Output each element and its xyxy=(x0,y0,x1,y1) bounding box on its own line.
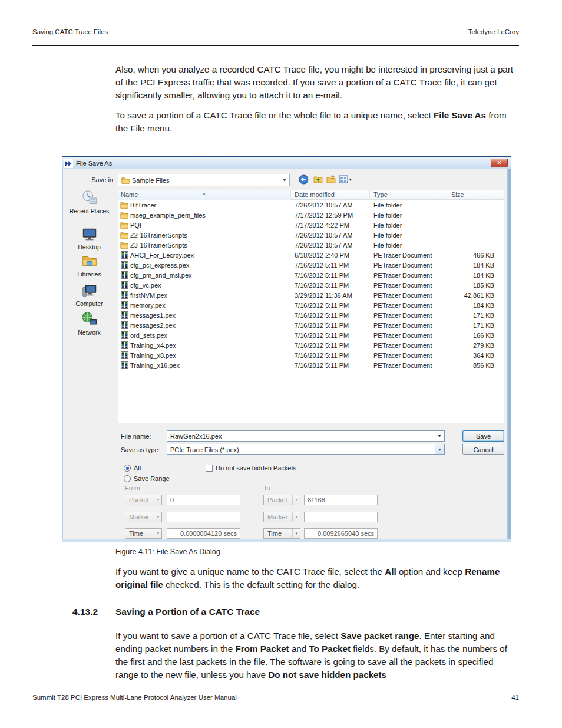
sidebar-item-recent-places[interactable]: Recent Places xyxy=(62,189,117,215)
new-folder-icon[interactable] xyxy=(326,174,337,185)
file-row[interactable]: Training_x16.pex7/16/2012 5:11 PMPETrace… xyxy=(118,360,504,370)
file-name-text: AHCI_For_Lecroy.pex xyxy=(130,252,194,259)
chevron-down-icon: ▾ xyxy=(154,512,161,522)
folder-icon xyxy=(120,211,128,219)
to-marker-dropdown[interactable]: Marker▾ xyxy=(263,512,300,522)
pex-file-icon xyxy=(120,281,128,289)
column-header-name[interactable]: Name ▲ xyxy=(118,190,291,200)
chevron-down-icon: ▾ xyxy=(154,529,161,538)
file-cell: 364 KB xyxy=(448,352,500,359)
sidebar-item-label: Libraries xyxy=(77,271,101,278)
file-row[interactable]: messages1.pex7/16/2012 5:11 PMPETracer D… xyxy=(118,310,504,320)
file-cell: 7/26/2012 10:57 AM xyxy=(291,232,370,239)
save-as-type-dropdown[interactable]: PCIe Trace Files (*.pex) ▾ xyxy=(167,444,445,455)
pex-file-icon xyxy=(120,291,128,299)
file-save-as-dialog: File Save As ✕ Save in: Sample Files ▾ xyxy=(62,156,511,542)
column-header-date-modified[interactable]: Date modified xyxy=(291,190,370,200)
sidebar-item-label: Desktop xyxy=(78,243,101,251)
file-name-combobox[interactable]: RawGen2x16.pex ▾ xyxy=(167,430,445,442)
section-number: 4.13.2 xyxy=(72,607,115,617)
file-row[interactable]: Training_x4.pex7/16/2012 5:11 PMPETracer… xyxy=(118,340,504,350)
dialog-bottom-border xyxy=(62,539,511,542)
view-menu-icon[interactable] xyxy=(339,174,349,185)
file-row[interactable]: memory.pex7/16/2012 5:11 PMPETracer Docu… xyxy=(118,300,504,310)
file-cell: 7/17/2012 12:59 PM xyxy=(291,212,370,219)
from-marker-dropdown[interactable]: Marker▾ xyxy=(125,512,162,522)
to-label: To : xyxy=(263,485,274,492)
to-packet-dropdown[interactable]: Packet▾ xyxy=(263,495,300,505)
chevron-down-icon: ▾ xyxy=(154,495,161,505)
paragraph-save-portion: If you want to save a portion of a CATC … xyxy=(115,630,515,681)
file-row[interactable]: Z2-16TrainerScripts7/26/2012 10:57 AMFil… xyxy=(118,230,504,240)
file-row[interactable]: cfg_pci_express.pex7/16/2012 5:11 PMPETr… xyxy=(118,260,504,270)
file-name-text: cfg_pm_and_msi.pex xyxy=(130,272,192,279)
file-cell: firstNVM.pex xyxy=(118,291,291,299)
save-in-dropdown[interactable]: Sample Files ▾ xyxy=(118,174,290,186)
computer-icon xyxy=(81,282,98,299)
radio-all[interactable] xyxy=(124,465,131,472)
file-name-text: PQI xyxy=(130,222,141,229)
file-row[interactable]: BitTracer7/26/2012 10:57 AMFile folder xyxy=(118,200,504,210)
file-cell: 7/16/2012 5:11 PM xyxy=(291,302,370,309)
section-title: Saving a Portion of a CATC Trace xyxy=(115,607,260,617)
close-button[interactable]: ✕ xyxy=(491,159,508,167)
file-cell: cfg_vc.pex xyxy=(118,281,291,289)
file-name-label: File name: xyxy=(121,433,151,440)
file-row[interactable]: Training_x8.pex7/16/2012 5:11 PMPETracer… xyxy=(118,350,504,360)
file-cell: Z3-16TrainerScripts xyxy=(118,241,291,249)
figure-caption: Figure 4.11: File Save As Dialog xyxy=(115,548,220,556)
file-cell: PQI xyxy=(118,221,291,229)
file-cell: Z2-16TrainerScripts xyxy=(118,231,291,239)
back-button-icon[interactable] xyxy=(299,174,309,185)
file-cell: 7/16/2012 5:11 PM xyxy=(291,342,370,349)
checkbox-do-not-save-hidden[interactable] xyxy=(206,465,213,472)
radio-save-range[interactable] xyxy=(124,475,131,482)
from-time-dropdown[interactable]: Time▾ xyxy=(125,528,162,539)
from-time-field[interactable]: 0.0000004120 secs xyxy=(167,528,240,539)
file-row[interactable]: Z3-16TrainerScripts7/26/2012 10:57 AMFil… xyxy=(118,240,504,250)
file-cell: PETracer Document xyxy=(370,302,448,309)
column-header-size[interactable]: Size xyxy=(448,190,500,200)
header-left-text: Saving CATC Trace Files xyxy=(32,28,108,35)
file-row[interactable]: mseg_example_pem_files7/17/2012 12:59 PM… xyxy=(118,210,504,220)
file-row[interactable]: ord_sets.pex7/16/2012 5:11 PMPETracer Do… xyxy=(118,330,504,340)
up-one-level-icon[interactable] xyxy=(313,174,324,185)
file-name-value: RawGen2x16.pex xyxy=(170,433,222,440)
file-row[interactable]: PQI7/17/2012 4:22 PMFile folder xyxy=(118,220,504,230)
checkbox-label: Do not save hidden Packets xyxy=(216,465,296,472)
file-cell: 184 KB xyxy=(448,262,500,269)
sidebar-item-computer[interactable]: Computer xyxy=(62,282,117,307)
file-row[interactable]: messages2.pex7/16/2012 5:11 PMPETracer D… xyxy=(118,320,504,330)
pex-file-icon xyxy=(120,311,128,319)
save-button[interactable]: Save xyxy=(462,430,504,442)
from-packet-field[interactable]: 0 xyxy=(167,495,240,505)
pex-file-icon xyxy=(120,331,128,339)
from-marker-field[interactable] xyxy=(167,512,240,522)
file-row[interactable]: cfg_pm_and_msi.pex7/16/2012 5:11 PMPETra… xyxy=(118,270,504,280)
sidebar-item-desktop[interactable]: Desktop xyxy=(62,225,117,251)
file-cell: 7/16/2012 5:11 PM xyxy=(291,322,370,329)
to-time-dropdown[interactable]: Time▾ xyxy=(263,528,300,539)
sidebar-item-network[interactable]: Network xyxy=(62,311,117,336)
file-name-text: Z2-16TrainerScripts xyxy=(130,232,187,239)
file-row[interactable]: AHCI_For_Lecroy.pex6/18/2012 2:40 PMPETr… xyxy=(118,250,504,260)
cancel-button[interactable]: Cancel xyxy=(462,444,504,455)
dialog-titlebar: File Save As ✕ xyxy=(62,156,511,169)
from-packet-dropdown[interactable]: Packet▾ xyxy=(125,495,162,505)
file-row[interactable]: firstNVM.pex3/29/2012 11:36 AMPETracer D… xyxy=(118,290,504,300)
file-name-text: messages2.pex xyxy=(130,322,176,329)
file-cell: PETracer Document xyxy=(370,262,448,269)
file-row[interactable]: cfg_vc.pex7/16/2012 5:11 PMPETracer Docu… xyxy=(118,280,504,290)
section-heading: 4.13.2Saving a Portion of a CATC Trace xyxy=(72,607,260,617)
column-header-type[interactable]: Type xyxy=(370,190,448,200)
to-time-field[interactable]: 0.0092665040 secs xyxy=(304,528,378,539)
view-menu-arrow-icon[interactable]: ▾ xyxy=(349,177,352,182)
to-marker-field[interactable] xyxy=(304,512,378,522)
to-packet-field[interactable]: 81168 xyxy=(304,495,378,505)
file-cell: Training_x4.pex xyxy=(118,341,291,349)
sidebar-item-libraries[interactable]: Libraries xyxy=(62,252,117,278)
folder-icon xyxy=(120,201,128,209)
file-cell: BitTracer xyxy=(118,201,291,209)
file-cell: 7/16/2012 5:11 PM xyxy=(291,262,370,269)
file-cell: cfg_pm_and_msi.pex xyxy=(118,271,291,279)
